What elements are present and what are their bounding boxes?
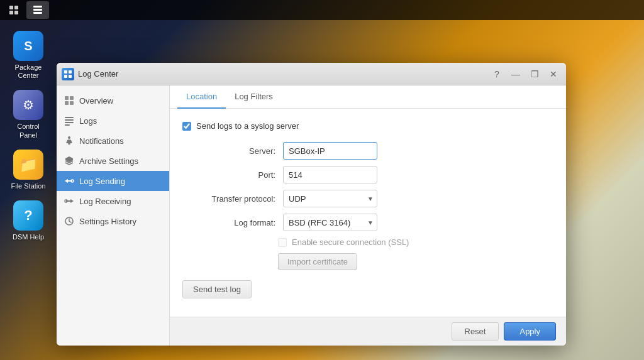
desktop-icons: S Package Center ⚙ Control Panel 📁 File … <box>6 28 50 244</box>
overview-icon <box>64 95 74 106</box>
send-test-log-button[interactable]: Send test log <box>182 280 252 298</box>
port-label: Port: <box>187 170 275 180</box>
dsm-help-label: DSM Help <box>13 233 44 241</box>
svg-rect-3 <box>14 11 18 14</box>
control-panel-label: Control Panel <box>9 123 48 139</box>
archive-settings-icon <box>64 156 74 166</box>
transfer-protocol-label: Transfer protocol: <box>187 194 275 204</box>
log-sending-icon <box>64 176 74 186</box>
send-logs-checkbox[interactable] <box>182 122 191 131</box>
taskbar-app-btn[interactable] <box>26 1 49 19</box>
sidebar-label-overview: Overview <box>79 96 113 106</box>
send-logs-row: Send logs to a syslog server <box>182 121 553 131</box>
svg-rect-1 <box>14 6 18 9</box>
titlebar-controls: ? — ❐ ✕ <box>489 67 561 82</box>
sidebar-label-log-sending: Log Sending <box>79 177 125 186</box>
close-button[interactable]: ✕ <box>546 67 561 82</box>
settings-history-icon <box>64 216 74 226</box>
sidebar-item-log-sending[interactable]: Log Sending <box>57 171 169 191</box>
svg-rect-13 <box>65 101 69 105</box>
svg-rect-9 <box>64 75 67 78</box>
restore-button[interactable]: ❐ <box>527 67 542 82</box>
notifications-icon <box>64 136 74 146</box>
file-station-label: File Station <box>11 182 45 190</box>
minimize-button[interactable]: — <box>508 67 523 82</box>
ssl-label: Enable secure connection (SSL) <box>292 237 409 247</box>
ssl-checkbox[interactable] <box>278 238 287 247</box>
tabs: Location Log Filters <box>170 85 566 109</box>
file-station-icon: 📁 <box>13 150 43 180</box>
log-receiving-icon <box>64 196 74 206</box>
sidebar-item-log-receiving[interactable]: Log Receiving <box>57 191 169 211</box>
taskbar <box>0 0 644 20</box>
log-format-wrapper: BSD (RFC 3164) IETF (RFC 5424) ▼ <box>283 214 377 231</box>
window-footer: Reset Apply <box>170 317 566 346</box>
sidebar-item-notifications[interactable]: Notifications <box>57 131 169 151</box>
svg-rect-16 <box>65 119 74 121</box>
window-title: Log Center <box>78 69 489 79</box>
ssl-row: Enable secure connection (SSL) <box>278 237 553 247</box>
desktop-icon-dsm-help[interactable]: ? DSM Help <box>6 198 50 244</box>
sidebar-item-overview[interactable]: Overview <box>57 90 169 111</box>
server-input[interactable] <box>283 142 377 160</box>
svg-rect-0 <box>9 6 13 9</box>
svg-rect-17 <box>65 122 74 123</box>
svg-rect-18 <box>65 124 70 126</box>
svg-rect-12 <box>70 96 74 100</box>
import-certificate-button[interactable]: Import certificate <box>278 253 357 270</box>
svg-rect-5 <box>33 9 42 11</box>
package-center-label: Package Center <box>9 63 48 80</box>
svg-rect-2 <box>9 11 13 14</box>
svg-rect-15 <box>65 117 74 118</box>
desktop-icon-file-station[interactable]: 📁 File Station <box>6 147 50 193</box>
window-icon <box>62 68 74 80</box>
control-panel-icon: ⚙ <box>13 90 43 120</box>
form-grid: Server: Port: Transfer protocol: UDP TCP… <box>187 142 553 231</box>
server-label: Server: <box>187 146 275 156</box>
svg-rect-8 <box>69 70 72 74</box>
sidebar-label-archive: Archive Settings <box>79 156 138 166</box>
sidebar-label-settings-history: Settings History <box>79 217 136 226</box>
log-format-label: Log format: <box>187 218 275 227</box>
svg-rect-4 <box>33 6 42 8</box>
content-area: Send logs to a syslog server Server: Por… <box>170 109 566 317</box>
sidebar-item-archive-settings[interactable]: Archive Settings <box>57 151 169 171</box>
sidebar: Overview Logs Notifications <box>57 85 170 346</box>
dsm-help-icon: ? <box>13 200 43 231</box>
svg-rect-11 <box>65 96 69 100</box>
tab-location[interactable]: Location <box>177 85 226 109</box>
send-logs-label[interactable]: Send logs to a syslog server <box>196 121 299 131</box>
sidebar-label-logs: Logs <box>79 116 97 126</box>
port-input[interactable] <box>283 166 377 183</box>
sidebar-item-settings-history[interactable]: Settings History <box>57 211 169 231</box>
transfer-protocol-wrapper: UDP TCP ▼ <box>283 190 377 207</box>
desktop-icon-package-center[interactable]: S Package Center <box>6 28 50 82</box>
transfer-protocol-select[interactable]: UDP TCP <box>283 190 377 207</box>
main-content: Location Log Filters Send logs to a sysl… <box>170 85 566 346</box>
sidebar-label-notifications: Notifications <box>79 136 124 146</box>
svg-rect-14 <box>70 101 74 105</box>
svg-rect-7 <box>64 70 67 74</box>
package-center-icon: S <box>13 31 43 61</box>
reset-button[interactable]: Reset <box>452 322 499 341</box>
svg-point-19 <box>68 136 70 139</box>
taskbar-grid-btn[interactable] <box>3 1 25 19</box>
log-format-select[interactable]: BSD (RFC 3164) IETF (RFC 5424) <box>283 214 377 231</box>
svg-rect-10 <box>69 75 72 78</box>
svg-rect-6 <box>33 12 42 14</box>
svg-rect-20 <box>68 143 70 145</box>
apply-button[interactable]: Apply <box>504 322 556 341</box>
window-body: Overview Logs Notifications <box>57 85 566 346</box>
log-center-window: Log Center ? — ❐ ✕ Overview <box>57 63 566 346</box>
sidebar-item-logs[interactable]: Logs <box>57 111 169 131</box>
tab-log-filters[interactable]: Log Filters <box>226 85 282 109</box>
logs-icon <box>64 116 74 126</box>
help-button[interactable]: ? <box>489 67 504 82</box>
titlebar: Log Center ? — ❐ ✕ <box>57 63 566 85</box>
sidebar-label-log-receiving: Log Receiving <box>79 197 131 206</box>
desktop-icon-control-panel[interactable]: ⚙ Control Panel <box>6 87 50 141</box>
